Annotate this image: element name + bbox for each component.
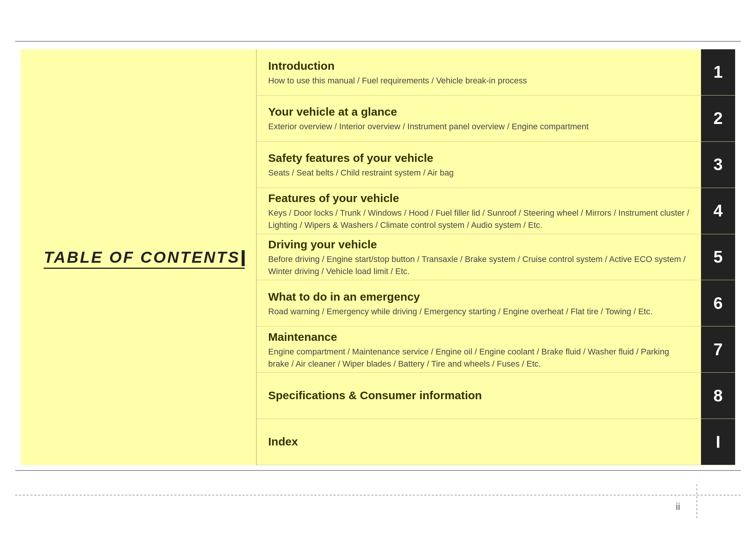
chapter-badge-9[interactable]: I: [701, 419, 735, 465]
chapter-title-4: Features of your vehicle: [268, 192, 690, 205]
chapter-badge-text-8: 8: [714, 386, 723, 405]
chapter-title-1: Introduction: [268, 60, 690, 72]
chapter-title-6: What to do in an emergency: [268, 290, 690, 303]
chapter-content-9: Index: [257, 419, 701, 465]
chapter-badge-4[interactable]: 4: [701, 188, 735, 234]
chapter-badge-2[interactable]: 2: [701, 96, 735, 141]
chapter-content-5: Driving your vehicleBefore driving / Eng…: [257, 234, 701, 280]
chapter-content-7: MaintenanceEngine compartment / Maintena…: [257, 326, 701, 372]
chapter-row-6[interactable]: What to do in an emergencyRoad warning /…: [257, 280, 735, 326]
chapter-badge-text-2: 2: [714, 109, 723, 128]
chapter-row-2[interactable]: Your vehicle at a glanceExterior overvie…: [257, 96, 735, 142]
chapter-badge-text-5: 5: [714, 248, 723, 267]
chapter-content-2: Your vehicle at a glanceExterior overvie…: [257, 96, 701, 141]
chapter-row-8[interactable]: Specifications & Consumer information8: [257, 373, 735, 419]
chapter-desc-5: Before driving / Engine start/stop butto…: [268, 253, 690, 278]
dashed-rule: [15, 495, 741, 496]
chapter-title-5: Driving your vehicle: [268, 238, 690, 251]
chapter-badge-5[interactable]: 5: [701, 234, 735, 280]
chapter-badge-3[interactable]: 3: [701, 142, 735, 188]
chapter-badge-8[interactable]: 8: [701, 373, 735, 419]
chapter-title-8: Specifications & Consumer information: [268, 389, 690, 402]
chapter-title-3: Safety features of your vehicle: [268, 152, 690, 165]
chapter-row-3[interactable]: Safety features of your vehicleSeats / S…: [257, 142, 735, 188]
chapter-content-6: What to do in an emergencyRoad warning /…: [257, 280, 701, 326]
chapter-title-7: Maintenance: [268, 331, 690, 343]
chapter-desc-1: How to use this manual / Fuel requiremen…: [268, 75, 690, 87]
chapter-badge-text-3: 3: [714, 155, 723, 174]
chapter-badge-text-6: 6: [714, 294, 723, 313]
chapter-row-5[interactable]: Driving your vehicleBefore driving / Eng…: [257, 234, 735, 281]
chapter-title-2: Your vehicle at a glance: [268, 105, 690, 118]
chapter-badge-6[interactable]: 6: [701, 280, 735, 326]
chapter-desc-3: Seats / Seat belts / Child restraint sys…: [268, 167, 690, 179]
page-number: ii: [676, 501, 680, 513]
chapter-desc-7: Engine compartment / Maintenance service…: [268, 346, 690, 370]
left-panel: TABLE OF CONTENTS: [21, 49, 256, 465]
vertical-dashed: [696, 484, 697, 518]
chapters-panel: IntroductionHow to use this manual / Fue…: [257, 49, 735, 465]
chapter-badge-text-9: I: [716, 433, 720, 452]
top-rule: [15, 41, 741, 42]
chapter-content-3: Safety features of your vehicleSeats / S…: [257, 142, 701, 188]
chapter-row-4[interactable]: Features of your vehicleKeys / Door lock…: [257, 188, 735, 234]
chapter-desc-6: Road warning / Emergency while driving /…: [268, 306, 690, 318]
page-container: TABLE OF CONTENTS IntroductionHow to use…: [0, 0, 756, 541]
chapter-badge-7[interactable]: 7: [701, 326, 735, 372]
chapter-row-9[interactable]: IndexI: [257, 419, 735, 465]
chapter-title-9: Index: [268, 435, 690, 448]
main-area: TABLE OF CONTENTS IntroductionHow to use…: [21, 49, 735, 465]
chapter-badge-text-7: 7: [714, 340, 723, 359]
chapter-content-8: Specifications & Consumer information: [257, 373, 701, 419]
chapter-content-4: Features of your vehicleKeys / Door lock…: [257, 188, 701, 234]
bottom-rule: [15, 470, 741, 471]
toc-title: TABLE OF CONTENTS: [44, 248, 245, 267]
toc-cursor: [242, 250, 245, 266]
chapter-row-1[interactable]: IntroductionHow to use this manual / Fue…: [257, 49, 735, 96]
chapter-desc-4: Keys / Door locks / Trunk / Windows / Ho…: [268, 207, 690, 231]
chapter-row-7[interactable]: MaintenanceEngine compartment / Maintena…: [257, 326, 735, 373]
chapter-badge-text-1: 1: [714, 63, 723, 82]
chapter-badge-text-4: 4: [714, 201, 723, 220]
chapter-content-1: IntroductionHow to use this manual / Fue…: [257, 49, 701, 95]
chapter-badge-1[interactable]: 1: [701, 49, 735, 95]
chapter-desc-2: Exterior overview / Interior overview / …: [268, 121, 690, 133]
